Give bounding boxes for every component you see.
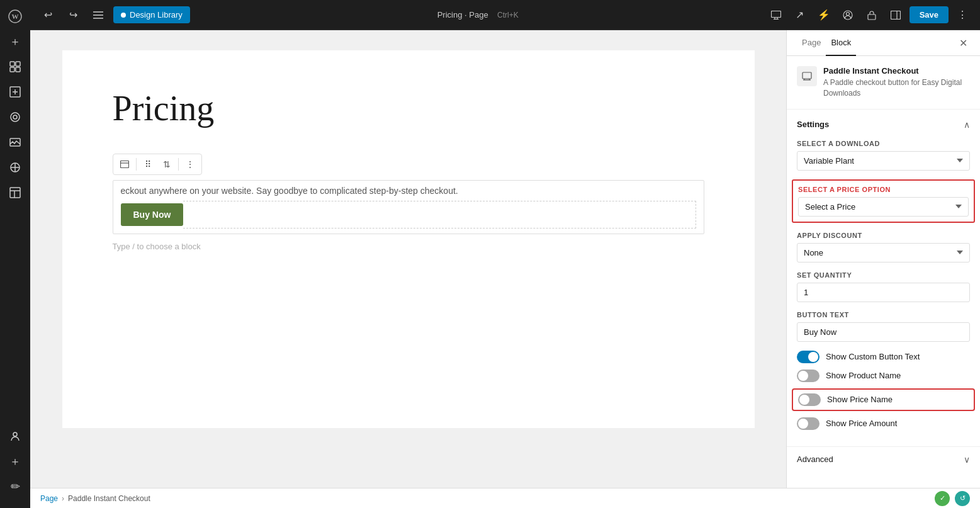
templates-icon[interactable] — [4, 181, 26, 204]
user-avatar-button[interactable] — [838, 5, 858, 25]
advanced-header[interactable]: Advanced ∨ — [797, 454, 970, 465]
right-panel: Page Block ✕ Paddle Instant Checkout A P… — [786, 30, 980, 488]
canvas: Pricing ⠿ ⇅ ⋮ eckout anywhere on your we… — [62, 50, 755, 428]
show-price-name-row: Show Price Name — [792, 388, 975, 411]
plugin-button[interactable] — [862, 5, 882, 25]
add-new-icon[interactable]: ＋ — [4, 30, 26, 53]
select-price-field: SELECT A PRICE OPTION Select a Price — [792, 179, 975, 223]
svg-rect-29 — [891, 11, 900, 19]
toggle-panel-button[interactable] — [886, 5, 906, 25]
block-type-icon — [797, 66, 817, 86]
toolbar-divider-2 — [178, 158, 179, 171]
apply-discount-select[interactable]: None — [797, 243, 970, 262]
show-product-name-label: Show Product Name — [826, 371, 901, 380]
button-text-field: BUTTON TEXT — [797, 311, 970, 342]
page-heading: Pricing — [113, 88, 704, 128]
block-type-button[interactable] — [116, 155, 133, 173]
settings-title: Settings — [797, 120, 829, 129]
circle-icon-green[interactable]: ✓ — [935, 491, 950, 506]
svg-point-9 — [11, 113, 20, 121]
advanced-section: Advanced ∨ — [787, 447, 980, 472]
add-bottom-icon[interactable]: ＋ — [4, 450, 26, 473]
svg-rect-28 — [868, 14, 876, 20]
breadcrumb-page-link[interactable]: Page — [40, 494, 58, 503]
move-up-down-button[interactable]: ⇅ — [158, 155, 176, 173]
buy-now-button[interactable]: Buy Now — [121, 203, 184, 226]
svg-text:W: W — [12, 13, 19, 20]
show-price-amount-row: Show Price Amount — [797, 417, 970, 430]
undo-button[interactable]: ↩ — [38, 5, 58, 25]
patterns-icon[interactable] — [4, 106, 26, 128]
toolbar-divider — [136, 158, 137, 171]
view-site-button[interactable]: ↗ — [790, 5, 810, 25]
redo-button[interactable]: ↪ — [63, 5, 83, 25]
select-price-label: SELECT A PRICE OPTION — [798, 186, 969, 193]
inserter-icon[interactable] — [4, 81, 26, 103]
tab-page[interactable]: Page — [797, 30, 826, 56]
show-price-name-label: Show Price Name — [827, 395, 893, 404]
design-library-button[interactable]: Design Library — [113, 6, 190, 23]
bolt-button[interactable]: ⚡ — [814, 5, 834, 25]
main-canvas-area: Pricing ⠿ ⇅ ⋮ eckout anywhere on your we… — [30, 30, 786, 488]
page-info[interactable]: Pricing · Page Ctrl+K — [195, 10, 761, 20]
design-library-label: Design Library — [130, 10, 183, 20]
settings-section: Settings ∧ SELECT A DOWNLOAD Variable Pl… — [787, 110, 980, 447]
set-quantity-input[interactable] — [797, 283, 970, 302]
advanced-expand-button[interactable]: ∨ — [964, 454, 970, 465]
user-icon[interactable] — [4, 425, 26, 448]
show-price-amount-toggle[interactable] — [797, 417, 819, 430]
select-download-label: SELECT A DOWNLOAD — [797, 140, 970, 147]
drag-handle-button[interactable]: ⠿ — [139, 155, 157, 173]
block-info: Paddle Instant Checkout A Paddle checkou… — [787, 56, 980, 110]
block-toolbar: ⠿ ⇅ ⋮ — [113, 154, 202, 175]
show-product-name-row: Show Product Name — [797, 370, 970, 382]
svg-rect-33 — [803, 72, 811, 79]
checkout-block: eckout anywhere on your website. Say goo… — [113, 180, 704, 234]
apply-discount-label: APPLY DISCOUNT — [797, 232, 970, 239]
left-sidebar: W ＋ ＋ ✏ — [0, 0, 30, 508]
media-icon[interactable] — [4, 131, 26, 154]
more-options-button[interactable]: ⋮ — [952, 5, 972, 25]
tab-block[interactable]: Block — [826, 30, 856, 56]
checkout-description: eckout anywhere on your website. Say goo… — [121, 186, 696, 196]
show-custom-button-text-toggle[interactable] — [797, 351, 819, 363]
bottom-right: ✓ ↺ — [935, 491, 970, 506]
svg-rect-31 — [120, 161, 128, 168]
svg-point-18 — [13, 432, 17, 436]
select-download-select[interactable]: Variable Plant — [797, 151, 970, 171]
pencil-icon[interactable]: ✏ — [4, 475, 26, 498]
list-view-button[interactable] — [88, 5, 108, 25]
settings-header: Settings ∧ — [797, 120, 970, 130]
select-price-select[interactable]: Select a Price — [798, 197, 969, 217]
svg-point-27 — [846, 12, 849, 15]
block-options-button[interactable]: ⋮ — [181, 155, 199, 173]
settings-collapse-button[interactable]: ∧ — [964, 120, 970, 130]
block-title: Paddle Instant Checkout — [823, 66, 970, 76]
breadcrumb-current: Paddle Instant Checkout — [68, 494, 150, 503]
wp-logo-icon[interactable]: W — [4, 5, 26, 28]
advanced-title: Advanced — [797, 454, 833, 464]
blocks-icon[interactable] — [4, 55, 26, 78]
save-button[interactable]: Save — [910, 6, 949, 23]
circle-icon-teal[interactable]: ↺ — [955, 491, 970, 506]
svg-rect-22 — [771, 11, 780, 17]
show-custom-button-text-label: Show Custom Button Text — [826, 352, 920, 361]
button-text-input[interactable] — [797, 322, 970, 342]
svg-rect-15 — [10, 188, 20, 198]
block-info-text: Paddle Instant Checkout A Paddle checkou… — [823, 66, 970, 99]
show-custom-button-text-row: Show Custom Button Text — [797, 351, 970, 363]
keyboard-shortcut: Ctrl+K — [497, 11, 519, 20]
panel-close-button[interactable]: ✕ — [957, 35, 970, 52]
responsive-desktop-button[interactable] — [766, 5, 786, 25]
set-quantity-label: SET QUANTITY — [797, 271, 970, 279]
show-price-name-toggle[interactable] — [798, 393, 821, 406]
show-product-name-toggle[interactable] — [797, 370, 819, 382]
panel-tabs: Page Block ✕ — [787, 30, 980, 56]
apply-discount-field: APPLY DISCOUNT None — [797, 232, 970, 262]
button-text-label: BUTTON TEXT — [797, 311, 970, 319]
svg-rect-5 — [16, 67, 20, 72]
show-price-amount-label: Show Price Amount — [826, 419, 897, 428]
page-title-label: Pricing · Page — [437, 10, 488, 20]
navigation-icon[interactable] — [4, 156, 26, 179]
svg-rect-3 — [16, 62, 20, 66]
